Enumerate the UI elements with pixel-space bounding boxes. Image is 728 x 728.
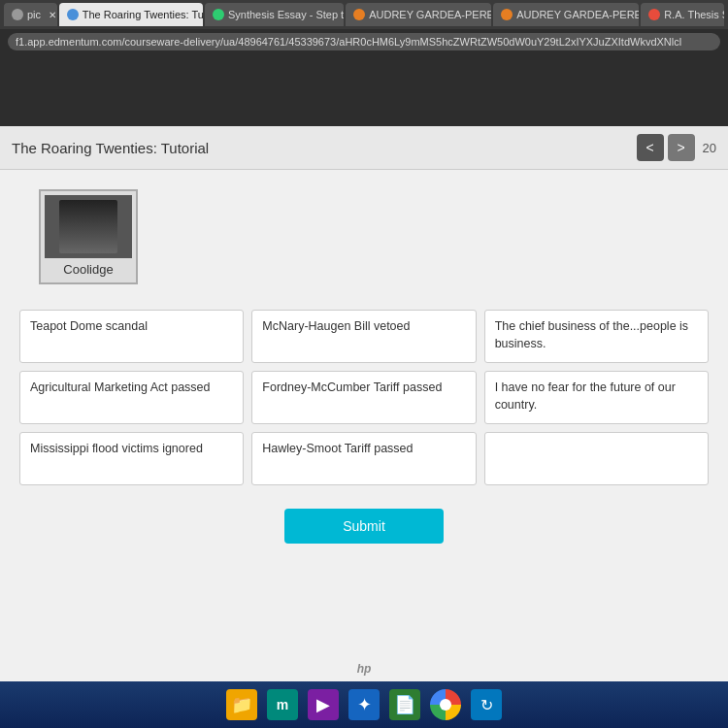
taskbar-icon-files[interactable]: 📄 [389, 689, 420, 720]
taskbar-icon-chrome[interactable] [430, 689, 461, 720]
grid-item-empty[interactable] [484, 432, 709, 485]
tab-label-synthesis: Synthesis Essay - Step t [228, 9, 344, 20]
taskbar-icon-store[interactable]: m [267, 689, 298, 720]
grid-item-mississippi[interactable]: Mississippi flood victims ignored [19, 432, 244, 485]
taskbar: 📁 m ▶ ✦ 📄 ↻ hp [0, 681, 728, 728]
taskbar-icon-sync[interactable]: ↻ [471, 689, 502, 720]
tab-label-audrey2: AUDREY GARDEA-PERE [516, 9, 639, 20]
address-bar-row [0, 29, 728, 54]
tab-synthesis[interactable]: Synthesis Essay - Step t ✕ [205, 3, 344, 26]
items-grid: Teapot Dome scandal McNary-Haugen Bill v… [19, 310, 709, 485]
coolidge-section: Coolidge [39, 189, 138, 284]
coolidge-image-inner [59, 200, 117, 253]
coolidge-label: Coolidge [45, 258, 132, 279]
grid-item-no-fear[interactable]: I have no fear for the future of our cou… [484, 371, 709, 424]
tab-bar: pic ✕ The Roaring Twenties: Tu ✕ Synthes… [0, 0, 728, 29]
page-number: 20 [703, 141, 716, 155]
page-title: The Roaring Twenties: Tutorial [12, 140, 209, 156]
nav-right-button[interactable]: > [668, 134, 695, 161]
grid-item-text: Teapot Dome scandal [30, 318, 148, 336]
nav-left-button[interactable]: < [637, 134, 664, 161]
tab-audrey1[interactable]: AUDREY GARDEA-PERE ✕ [346, 3, 491, 26]
taskbar-icon-media[interactable]: ▶ [308, 689, 339, 720]
hp-logo: hp [349, 660, 379, 678]
tab-label-audrey1: AUDREY GARDEA-PERE [369, 9, 491, 20]
grid-item-text: Hawley-Smoot Tariff passed [262, 441, 413, 458]
tab-close-pic[interactable]: ✕ [49, 10, 56, 20]
taskbar-icon-game[interactable]: ✦ [348, 689, 380, 720]
tab-label-pic: pic [27, 9, 41, 20]
grid-item-text: McNary-Haugen Bill vetoed [262, 318, 410, 336]
grid-item-hawley[interactable]: Hawley-Smoot Tariff passed [251, 432, 476, 485]
tab-icon-audrey2 [501, 9, 513, 20]
submit-button[interactable]: Submit [284, 509, 444, 544]
grid-item-teapot-dome[interactable]: Teapot Dome scandal [19, 310, 244, 363]
grid-item-text: I have no fear for the future of our cou… [495, 380, 698, 414]
grid-item-mcnary[interactable]: McNary-Haugen Bill vetoed [251, 310, 476, 363]
tab-icon-roaring [67, 9, 79, 20]
tab-audrey2[interactable]: AUDREY GARDEA-PERE ✕ [493, 3, 639, 26]
page-header: The Roaring Twenties: Tutorial < > 20 [0, 126, 728, 170]
tab-icon-pic [12, 9, 23, 20]
browser-chrome: pic ✕ The Roaring Twenties: Tu ✕ Synthes… [0, 0, 728, 126]
tab-ra-thesis[interactable]: R.A. Thesis S [641, 3, 724, 26]
tab-label-roaring: The Roaring Twenties: Tu [83, 9, 203, 20]
grid-item-text: Fordney-McCumber Tariff passed [262, 380, 442, 397]
tab-pic[interactable]: pic ✕ [4, 3, 57, 26]
tab-icon-audrey1 [353, 9, 365, 20]
nav-buttons: < > 20 [637, 134, 716, 161]
tab-roaring-twenties[interactable]: The Roaring Twenties: Tu ✕ [59, 3, 203, 26]
grid-item-fordney[interactable]: Fordney-McCumber Tariff passed [251, 371, 476, 424]
tab-icon-ra [648, 9, 660, 20]
tab-icon-synthesis [213, 9, 224, 20]
coolidge-image [45, 195, 132, 258]
grid-item-agricultural[interactable]: Agricultural Marketing Act passed [19, 371, 244, 424]
grid-item-chief-business[interactable]: The chief business of the...people is bu… [484, 310, 709, 363]
submit-row: Submit [0, 509, 728, 544]
taskbar-icon-folder[interactable]: 📁 [226, 689, 257, 720]
grid-item-text: Mississippi flood victims ignored [30, 441, 203, 458]
tab-label-ra: R.A. Thesis S [664, 9, 724, 20]
grid-item-text: The chief business of the...people is bu… [495, 318, 698, 352]
grid-item-text: Agricultural Marketing Act passed [30, 380, 211, 397]
address-bar-input[interactable] [8, 33, 720, 50]
main-content: The Roaring Twenties: Tutorial < > 20 Co… [0, 126, 728, 699]
